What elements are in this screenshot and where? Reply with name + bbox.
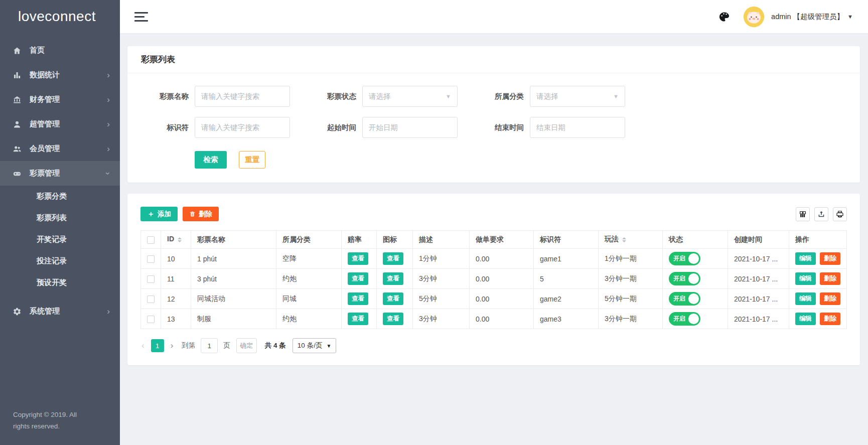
cell-play: 3分钟一期 [599, 309, 663, 329]
view-icon-button[interactable]: 查看 [383, 313, 403, 325]
sidebar-item-statistics[interactable]: 数据统计 › [0, 63, 120, 87]
cell-name: 1 phút [191, 249, 276, 269]
status-toggle[interactable]: 开启 [669, 252, 700, 265]
chevron-right-icon: › [107, 95, 110, 104]
per-page-value: 10 条/页 [298, 341, 323, 350]
status-toggle[interactable]: 开启 [669, 292, 700, 306]
page-number-input[interactable] [201, 338, 218, 353]
sidebar-item-superadmin[interactable]: 超管管理 › [0, 112, 120, 136]
cell-id: 13 [161, 309, 191, 329]
print-icon [836, 210, 844, 218]
chevron-right-icon: › [107, 144, 110, 153]
identifier-label: 标识符 [141, 123, 189, 132]
col-id[interactable]: ID [161, 231, 191, 249]
select-all-checkbox[interactable] [147, 236, 155, 244]
cell-name: 制服 [191, 309, 276, 329]
sidebar-item-finance[interactable]: 财务管理 › [0, 87, 120, 112]
toggle-knob [688, 293, 699, 304]
cell-play: 5分钟一期 [599, 289, 663, 309]
edit-button[interactable]: 编辑 [795, 292, 816, 305]
trash-icon [189, 211, 196, 217]
lottery-status-select[interactable]: 请选择 ▼ [362, 86, 458, 107]
app-logo: loveconnect [0, 0, 120, 33]
user-avatar[interactable] [744, 7, 764, 27]
view-odds-button[interactable]: 查看 [348, 272, 368, 285]
col-desc: 描述 [413, 231, 470, 249]
home-icon [12, 46, 22, 56]
row-delete-button[interactable]: 删除 [820, 313, 840, 325]
cell-demand: 0.00 [470, 249, 534, 269]
row-checkbox[interactable] [147, 316, 155, 323]
view-icon-button[interactable]: 查看 [383, 272, 403, 285]
col-play[interactable]: 玩法 [599, 231, 663, 249]
col-label: 玩法 [605, 235, 619, 243]
edit-button[interactable]: 编辑 [795, 252, 816, 265]
cell-category: 约炮 [276, 309, 342, 329]
caret-down-icon[interactable]: ▼ [847, 14, 853, 20]
lottery-table: ID 彩票名称 所属分类 赔率 图标 描述 做单要求 标识符 玩法 状态 创建时… [140, 230, 847, 329]
cell-play: 3分钟一期 [599, 269, 663, 289]
bar-chart-icon [12, 70, 22, 80]
gear-icon [12, 307, 22, 317]
print-button[interactable] [833, 207, 847, 221]
theme-palette-icon[interactable] [717, 10, 731, 23]
view-icon-button[interactable]: 查看 [383, 252, 403, 265]
page-button-1[interactable]: 1 [151, 339, 164, 352]
chevron-down-icon: ▼ [613, 93, 619, 99]
confirm-page-button[interactable]: 确定 [236, 338, 257, 353]
sidebar-item-system[interactable]: 系统管理 › [0, 299, 120, 324]
reset-button[interactable]: 重置 [239, 151, 265, 169]
chevron-right-icon: › [107, 120, 110, 128]
submenu-item-lottery-category[interactable]: 彩票分类 [0, 186, 120, 207]
per-page-select[interactable]: 10 条/页 ▼ [293, 338, 336, 353]
row-checkbox[interactable] [147, 255, 155, 263]
menu-toggle-icon[interactable] [134, 12, 149, 22]
sidebar-item-members[interactable]: 会员管理 › [0, 136, 120, 161]
end-date-input[interactable] [530, 117, 625, 138]
view-odds-button[interactable]: 查看 [348, 252, 368, 265]
cell-identifier: 5 [534, 269, 599, 289]
edit-button[interactable]: 编辑 [795, 272, 816, 285]
toggle-knob [688, 314, 699, 324]
delete-button[interactable]: 删除 [183, 207, 219, 221]
prev-page-icon[interactable]: ‹ [141, 341, 144, 351]
view-odds-button[interactable]: 查看 [348, 292, 368, 305]
submenu-item-draw-records[interactable]: 开奖记录 [0, 229, 120, 250]
view-icon-button[interactable]: 查看 [383, 292, 403, 305]
submenu-item-bet-records[interactable]: 投注记录 [0, 250, 120, 272]
col-label: ID [167, 235, 174, 243]
view-odds-button[interactable]: 查看 [348, 313, 368, 325]
sidebar-item-lottery[interactable]: 彩票管理 › [0, 161, 120, 186]
submenu-label: 开奖记录 [37, 235, 67, 244]
filter-card: 彩票列表 彩票名称 彩票状态 请选择 ▼ [127, 46, 860, 183]
goto-label: 到第 [182, 341, 195, 350]
user-icon [12, 119, 22, 129]
columns-icon [799, 210, 807, 218]
lottery-name-input[interactable] [195, 86, 290, 107]
submenu-item-preset-draw[interactable]: 预设开奖 [0, 272, 120, 293]
row-checkbox[interactable] [147, 275, 155, 283]
row-delete-button[interactable]: 删除 [820, 272, 840, 285]
search-button[interactable]: 检索 [195, 151, 227, 169]
status-toggle[interactable]: 开启 [669, 312, 700, 326]
toggle-knob [688, 253, 699, 264]
cell-identifier: game1 [534, 249, 599, 269]
chevron-down-icon: › [104, 172, 113, 175]
edit-button[interactable]: 编辑 [795, 313, 816, 325]
user-menu[interactable]: admin 【超级管理员】 [771, 12, 844, 22]
add-button[interactable]: ＋ 添加 [140, 207, 178, 221]
sidebar-item-home[interactable]: 首页 [0, 38, 120, 63]
category-select[interactable]: 请选择 ▼ [530, 86, 625, 107]
filter-form: 彩票名称 彩票状态 请选择 ▼ 所属分类 请选择 [127, 73, 860, 183]
export-button[interactable] [814, 207, 828, 221]
next-page-icon[interactable]: › [171, 341, 174, 351]
export-icon [817, 210, 825, 218]
identifier-input[interactable] [195, 117, 290, 138]
row-checkbox[interactable] [147, 295, 155, 303]
submenu-item-lottery-list[interactable]: 彩票列表 [0, 207, 120, 229]
status-toggle[interactable]: 开启 [669, 272, 700, 285]
row-delete-button[interactable]: 删除 [820, 252, 840, 265]
row-delete-button[interactable]: 删除 [820, 292, 840, 305]
toggle-columns-button[interactable] [796, 207, 810, 221]
start-date-input[interactable] [362, 117, 458, 138]
